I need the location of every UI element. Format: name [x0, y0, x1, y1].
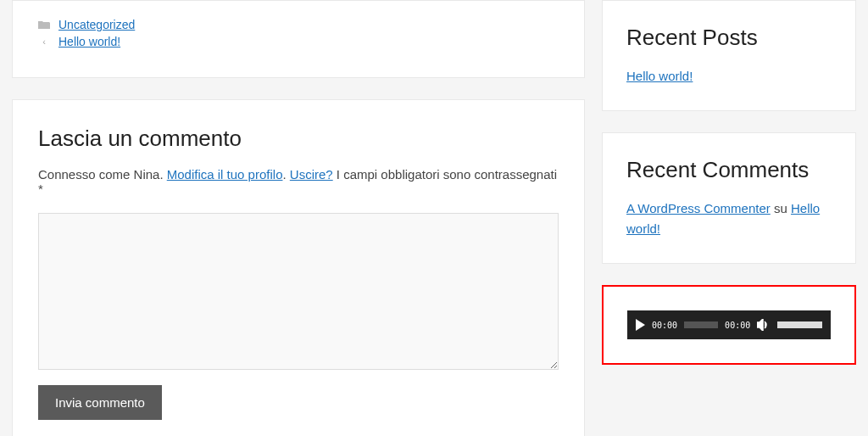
audio-duration: 00:00 [725, 321, 750, 330]
play-button[interactable] [636, 319, 645, 331]
recent-comments-list: A WordPress Commenter su Hello world! [626, 198, 832, 239]
edit-profile-link[interactable]: Modifica il tuo profilo [167, 167, 283, 182]
audio-current-time: 00:00 [652, 321, 677, 330]
comment-textarea[interactable] [38, 213, 559, 370]
post-meta-card: Uncategorized ‹ Hello world! [12, 0, 585, 78]
audio-progress-bar[interactable] [684, 321, 718, 328]
category-row: Uncategorized [38, 18, 559, 31]
volume-slider[interactable] [777, 321, 822, 328]
recent-comments-title: Recent Comments [626, 157, 832, 183]
comment-form-title: Lascia un commento [38, 126, 559, 152]
comment-form-meta: Connesso come Nina. Modifica il tuo prof… [38, 167, 559, 196]
comment-form-card: Lascia un commento Connesso come Nina. M… [12, 99, 585, 436]
comment-on-text: su [771, 201, 791, 215]
chevron-left-icon: ‹ [38, 36, 50, 47]
audio-widget-card: 00:00 00:00 [602, 285, 856, 365]
comment-author-link[interactable]: A WordPress Commenter [626, 201, 771, 215]
recent-comments-card: Recent Comments A WordPress Commenter su… [602, 132, 856, 264]
logout-link[interactable]: Uscire? [290, 167, 333, 182]
recent-post-link[interactable]: Hello world! [626, 69, 693, 83]
recent-posts-title: Recent Posts [626, 25, 832, 51]
folder-icon [38, 20, 50, 30]
prev-post-row: ‹ Hello world! [38, 35, 559, 48]
recent-posts-list: Hello world! [626, 66, 832, 87]
prev-post-link[interactable]: Hello world! [58, 35, 120, 48]
recent-posts-card: Recent Posts Hello world! [602, 0, 856, 111]
logged-in-text: Connesso come Nina. [38, 167, 167, 182]
submit-comment-button[interactable]: Invia commento [38, 385, 162, 420]
mute-button[interactable] [757, 319, 771, 331]
separator-text: . [282, 167, 289, 182]
audio-player: 00:00 00:00 [627, 310, 831, 339]
category-link[interactable]: Uncategorized [58, 18, 135, 31]
